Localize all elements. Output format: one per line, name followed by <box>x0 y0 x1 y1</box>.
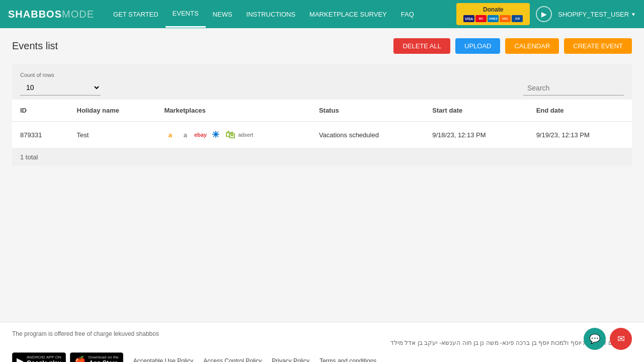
app-badges: ▶ ANDROID APP ON Google play 🍎 Download … <box>12 352 123 362</box>
google-play-badge[interactable]: ▶ ANDROID APP ON Google play <box>12 352 66 362</box>
main-content: Events list DELETE ALL UPLOAD CALENDAR C… <box>0 28 644 322</box>
shopify-icon: 🛍 <box>224 129 236 141</box>
table-body: 879331 Test a a ebay ✳ 🛍 adsert Vacation… <box>12 122 632 148</box>
total-count: 1 total <box>20 153 38 161</box>
nav-marketplace-survey[interactable]: MARKETPLACE SURVEY <box>302 2 394 27</box>
donate-label: Donate <box>483 6 504 13</box>
app-store-badge[interactable]: 🍎 Download on the App Store <box>70 352 123 362</box>
app-store-sub: Download on the <box>89 355 119 359</box>
google-play-sub: ANDROID APP ON <box>27 355 61 359</box>
brand-name: SHABBOS <box>8 9 62 20</box>
donate-button[interactable]: Donate VISA MC AMEX DISC JCB <box>456 3 530 25</box>
brand-suffix: MODE <box>62 9 94 20</box>
nav-news[interactable]: NEWS <box>206 2 239 27</box>
events-actions: DELETE ALL UPLOAD CALENDAR CREATE EVENT <box>393 38 632 54</box>
nav-faq[interactable]: FAQ <box>394 2 421 27</box>
visa-icon: VISA <box>463 15 474 22</box>
cell-start-date: 9/18/23, 12:13 PM <box>424 122 528 148</box>
cell-marketplaces: a a ebay ✳ 🛍 adsert <box>156 122 310 148</box>
col-start-date: Start date <box>424 100 528 122</box>
nav-get-started[interactable]: GET STARTED <box>106 2 166 27</box>
apple-icon: 🍎 <box>74 355 86 363</box>
cell-end-date: 9/19/23, 12:13 PM <box>528 122 632 148</box>
user-name: SHOPIFY_TEST_USER <box>558 11 629 18</box>
message-fab-button[interactable]: ✉ <box>610 328 632 350</box>
page-footer: The program is offered free of charge le… <box>0 322 644 362</box>
cell-holiday-name: Test <box>69 122 156 148</box>
cell-status: Vacations scheduled <box>311 122 424 148</box>
google-play-icon: ▶ <box>17 355 24 363</box>
footer-hebrew: לנוי מרים איידל בת יוסף ולמכות יוסף בן ב… <box>12 339 632 346</box>
ebay-icon: ebay <box>194 129 206 141</box>
google-play-text: ANDROID APP ON Google play <box>27 355 61 362</box>
payment-cards: VISA MC AMEX DISC JCB <box>463 15 523 22</box>
chat-fab-button[interactable]: 💬 <box>584 328 606 350</box>
jcb-icon: JCB <box>512 15 523 22</box>
footer-link-terms[interactable]: Terms and conditions <box>319 357 376 363</box>
amazon-icon: a <box>164 129 176 141</box>
col-end-date: End date <box>528 100 632 122</box>
marketplace-icons: a a ebay ✳ 🛍 adsert <box>164 129 302 141</box>
footer-link-access-control[interactable]: Access Control Policy <box>203 357 262 363</box>
search-input[interactable] <box>523 81 624 96</box>
navbar-right: Donate VISA MC AMEX DISC JCB ▶ SHOPIFY_T… <box>456 3 636 25</box>
events-table: ID Holiday name Marketplaces Status Star… <box>12 100 632 148</box>
amazon2-icon: a <box>179 129 191 141</box>
events-header: Events list DELETE ALL UPLOAD CALENDAR C… <box>12 38 632 54</box>
fab-container: 💬 ✉ <box>584 328 632 350</box>
rows-label: Count of rows <box>20 72 101 78</box>
adsert-icon: adsert <box>239 129 252 141</box>
footer-tagline: The program is offered free of charge le… <box>12 330 632 337</box>
user-menu[interactable]: SHOPIFY_TEST_USER ▼ <box>558 11 636 18</box>
cell-id: 879331 <box>12 122 69 148</box>
app-store-text: Download on the App Store <box>89 355 119 362</box>
rows-control: Count of rows 10 25 50 100 <box>20 72 101 96</box>
rows-select[interactable]: 10 25 50 100 <box>20 80 101 96</box>
delete-all-button[interactable]: DELETE ALL <box>393 38 450 54</box>
app-store-main: App Store <box>89 359 119 362</box>
chat-icon: 💬 <box>589 333 600 344</box>
footer-link-privacy-policy[interactable]: Privacy Policy <box>272 357 309 363</box>
upload-button[interactable]: UPLOAD <box>455 38 500 54</box>
col-status: Status <box>311 100 424 122</box>
nav-instructions[interactable]: INSTRUCTIONS <box>239 2 303 27</box>
col-marketplaces: Marketplaces <box>156 100 310 122</box>
amex-icon: AMEX <box>488 15 499 22</box>
walmart-icon: ✳ <box>209 129 221 141</box>
nav-events[interactable]: EVENTS <box>166 1 206 28</box>
footer-bottom: ▶ ANDROID APP ON Google play 🍎 Download … <box>12 352 632 362</box>
discover-icon: DISC <box>500 15 511 22</box>
mastercard-icon: MC <box>475 15 487 22</box>
message-icon: ✉ <box>617 333 625 344</box>
nav-links: GET STARTED EVENTS NEWS INSTRUCTIONS MAR… <box>106 1 456 28</box>
page-title: Events list <box>12 40 58 52</box>
play-button[interactable]: ▶ <box>536 6 552 22</box>
chevron-down-icon: ▼ <box>631 12 636 17</box>
calendar-button[interactable]: CALENDAR <box>505 38 559 54</box>
table-footer: 1 total <box>12 148 632 166</box>
google-play-main: Google play <box>27 359 61 362</box>
table-row: 879331 Test a a ebay ✳ 🛍 adsert Vacation… <box>12 122 632 148</box>
table-controls: Count of rows 10 25 50 100 <box>12 64 632 100</box>
footer-links: Acceptable Use Policy Access Control Pol… <box>133 357 377 363</box>
table-wrapper: Count of rows 10 25 50 100 ID Holiday na… <box>12 64 632 166</box>
table-header: ID Holiday name Marketplaces Status Star… <box>12 100 632 122</box>
create-event-button[interactable]: CREATE EVENT <box>564 38 632 54</box>
footer-link-acceptable-use[interactable]: Acceptable Use Policy <box>133 357 193 363</box>
col-holiday-name: Holiday name <box>69 100 156 122</box>
col-id: ID <box>12 100 69 122</box>
navbar: SHABBOSMODE GET STARTED EVENTS NEWS INST… <box>0 0 644 28</box>
brand-logo: SHABBOSMODE <box>8 9 94 20</box>
